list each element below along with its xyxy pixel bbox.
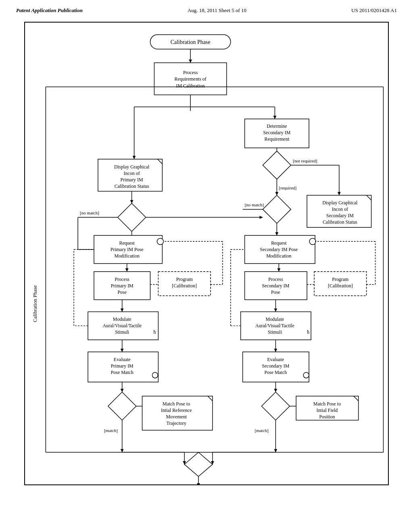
svg-text:[match]: [match] <box>104 428 118 433</box>
svg-marker-139 <box>274 389 277 392</box>
svg-text:Calibration  Status: Calibration Status <box>115 183 149 189</box>
svg-text:Program: Program <box>332 276 349 282</box>
svg-text:Secondary IM: Secondary IM <box>326 213 354 218</box>
svg-text:[no match]: [no match] <box>80 210 99 215</box>
svg-text:[required]: [required] <box>279 185 296 190</box>
svg-text:Stimuli: Stimuli <box>115 329 129 335</box>
svg-marker-91 <box>121 389 124 392</box>
page-header: Patent Application Publication Aug. 18, … <box>0 0 413 18</box>
svg-text:Primary IM: Primary IM <box>111 363 133 369</box>
svg-text:Request: Request <box>271 240 287 246</box>
svg-text:Modulate: Modulate <box>266 316 284 322</box>
svg-text:Program: Program <box>176 276 193 282</box>
svg-text:Trajectory: Trajectory <box>167 420 186 426</box>
svg-point-137 <box>303 372 309 378</box>
svg-text:[Calibration]: [Calibration] <box>172 283 197 289</box>
svg-marker-122 <box>274 309 277 312</box>
header-patent-number: US 2011/0201428 A1 <box>351 7 397 14</box>
svg-text:Determine: Determine <box>267 123 287 129</box>
svg-marker-113 <box>277 268 280 272</box>
svg-marker-47 <box>275 232 278 235</box>
diagram-area: Calibration Phase Process Requirements o… <box>24 22 389 485</box>
svg-marker-3 <box>189 60 192 63</box>
header-publication: Patent Application Publication <box>16 7 83 14</box>
svg-marker-84 <box>121 349 124 352</box>
header-date-sheet: Aug. 18, 2011 Sheet 5 of 10 <box>188 7 246 14</box>
svg-text:Intial Field: Intial Field <box>317 407 338 413</box>
svg-text:Pose  Match: Pose Match <box>111 370 133 375</box>
svg-text:ħ: ħ <box>153 329 156 335</box>
svg-text:Primary IM: Primary IM <box>111 283 133 289</box>
svg-marker-27 <box>275 192 278 195</box>
svg-text:Position: Position <box>319 414 335 420</box>
svg-marker-42 <box>118 203 146 231</box>
svg-text:IM  Calibration: IM Calibration <box>176 83 204 89</box>
svg-text:Calibration  Status: Calibration Status <box>323 219 357 225</box>
svg-text:Stimuli: Stimuli <box>268 329 282 335</box>
svg-text:Evaluate: Evaluate <box>114 357 131 362</box>
svg-text:Pose  Match: Pose Match <box>264 370 287 375</box>
svg-text:Match Pose to: Match Pose to <box>163 401 190 407</box>
svg-marker-158 <box>197 483 200 484</box>
svg-point-51 <box>157 238 163 245</box>
svg-text:Movement: Movement <box>166 414 187 420</box>
svg-marker-140 <box>262 392 290 420</box>
svg-marker-45 <box>263 195 291 224</box>
svg-text:Pose: Pose <box>117 289 127 295</box>
svg-text:Aural/Visual/Tactile: Aural/Visual/Tactile <box>255 323 294 328</box>
svg-text:Modification: Modification <box>115 253 140 259</box>
svg-marker-65 <box>125 268 129 272</box>
svg-text:[Calibration]: [Calibration] <box>328 283 353 289</box>
svg-text:Match Pose to: Match Pose to <box>313 401 341 407</box>
svg-marker-74 <box>121 309 124 312</box>
svg-marker-24 <box>338 192 341 195</box>
svg-text:Primary IM Pose: Primary IM Pose <box>111 247 144 252</box>
svg-marker-92 <box>108 392 136 420</box>
svg-text:Secondary IM: Secondary IM <box>262 283 289 289</box>
svg-marker-132 <box>274 349 277 352</box>
svg-text:Secondary IM: Secondary IM <box>263 130 290 135</box>
svg-text:Incon of: Incon of <box>332 206 348 212</box>
svg-text:Incon of: Incon of <box>124 170 140 176</box>
svg-marker-102 <box>121 449 124 452</box>
svg-text:Display  Graphical: Display Graphical <box>114 164 150 170</box>
svg-text:Pose: Pose <box>271 289 280 295</box>
svg-text:Process: Process <box>183 70 198 75</box>
svg-text:ħ: ħ <box>307 329 309 335</box>
svg-marker-11 <box>273 116 276 119</box>
svg-text:Requirements of: Requirements of <box>175 76 206 82</box>
svg-text:Process: Process <box>115 276 129 282</box>
svg-marker-150 <box>184 452 213 476</box>
flowchart-svg: Calibration Phase Process Requirements o… <box>25 23 388 484</box>
svg-marker-14 <box>133 156 136 159</box>
svg-text:Secondary IM: Secondary IM <box>262 363 289 369</box>
svg-text:Modulate: Modulate <box>113 316 131 322</box>
svg-text:Process: Process <box>268 276 283 282</box>
svg-text:[match]: [match] <box>255 428 269 433</box>
svg-marker-149 <box>274 449 277 452</box>
svg-text:Calibration Phase: Calibration Phase <box>32 285 38 322</box>
svg-text:Display  Graphical: Display Graphical <box>322 200 358 206</box>
svg-text:Intial Reference: Intial Reference <box>161 407 192 413</box>
svg-text:[not required]: [not required] <box>293 158 317 163</box>
svg-text:Evaluate: Evaluate <box>267 357 284 362</box>
svg-point-89 <box>152 372 158 378</box>
svg-marker-19 <box>263 151 291 179</box>
svg-point-104 <box>309 238 316 245</box>
svg-marker-44 <box>260 216 263 219</box>
svg-text:Primary IM: Primary IM <box>121 177 143 183</box>
svg-text:Secondary IM Pose: Secondary IM Pose <box>260 247 298 252</box>
svg-text:Modification: Modification <box>266 253 291 259</box>
svg-text:Requirement: Requirement <box>265 136 290 142</box>
svg-marker-41 <box>130 200 133 203</box>
svg-text:Aural/Visual/Tactile: Aural/Visual/Tactile <box>102 323 142 328</box>
svg-text:Calibration Phase: Calibration Phase <box>171 39 211 45</box>
svg-text:Request: Request <box>119 240 135 246</box>
svg-text:[no match]: [no match] <box>245 202 264 207</box>
